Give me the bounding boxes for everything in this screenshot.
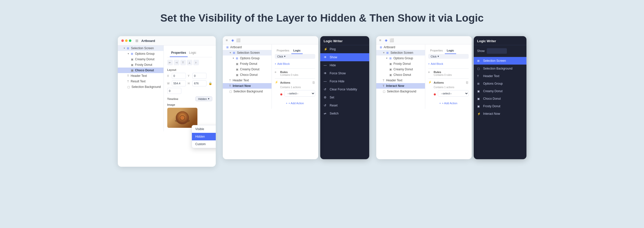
p2-frosty-donut[interactable]: ▣ Frosty Donut — [223, 61, 272, 67]
logic-item-force-show[interactable]: 👁 Force Show — [320, 69, 369, 77]
lw2-choco-donut[interactable]: ▣ Choco Donut — [474, 95, 526, 102]
logic-writer-2-title: Logic Writer — [474, 36, 526, 45]
visibility-dropdown-trigger[interactable]: Hidden ▾ — [195, 96, 212, 101]
logic-item-label: Show — [330, 55, 337, 59]
trash-icon[interactable]: 🗑 — [465, 81, 469, 84]
layer-selection-bg[interactable]: ▢ Selection Background — [118, 84, 164, 90]
y-input[interactable] — [192, 73, 206, 79]
logic-writer-panel: Logic Writer ⚡ Ping 👁 Show — Hide 👁 Forc… — [320, 36, 369, 159]
p2-creamy-donut[interactable]: ▣ Creamy Donut — [223, 67, 272, 72]
lw2-selection-screen[interactable]: ⊞ Selection Screen — [474, 57, 526, 65]
corner-input[interactable] — [167, 88, 181, 94]
layer-icon: ⊞ — [477, 82, 481, 85]
hamburger-icon[interactable]: ≡ — [379, 38, 381, 42]
actions-row-3: Actions 🗑 — [434, 81, 469, 84]
visibility-dropdown[interactable]: Visible Hidden Custom — [192, 125, 216, 148]
action-select-3[interactable]: --select-- — [438, 90, 469, 97]
p2-selection-screen[interactable]: ▼ ⊞ Selection Screen — [223, 50, 272, 55]
align-center-v-btn[interactable]: ⊦ — [193, 60, 199, 65]
add-block-btn[interactable]: + Add Block — [275, 61, 315, 66]
layer-frosty-donut[interactable]: ▣ Frosty Donut — [118, 62, 164, 68]
layer-header-text[interactable]: T Header Text — [118, 73, 164, 79]
panel2-topbar: ≡ ◈ ⬜ — [223, 36, 318, 44]
logic-item-ping[interactable]: ⚡ Ping — [320, 45, 369, 53]
layer-icon: T — [127, 80, 129, 83]
switch-icon: ⇌ — [324, 112, 328, 115]
action-select[interactable]: --select-- — [284, 90, 315, 97]
click-selector[interactable]: Click ▾ — [275, 54, 315, 59]
add-action-btn[interactable]: + + Add Action — [275, 101, 315, 106]
x-input[interactable] — [172, 73, 186, 79]
tab-logic[interactable]: Logic — [445, 47, 456, 54]
tab-properties[interactable]: Properties — [170, 49, 188, 57]
dropdown-hidden[interactable]: Hidden — [192, 133, 216, 140]
dropdown-visible[interactable]: Visible — [192, 125, 216, 133]
logic-item-label: Force Show — [330, 72, 346, 75]
dropdown-custom[interactable]: Custom — [192, 140, 216, 148]
add-action-btn-3[interactable]: + + Add Action — [428, 101, 469, 106]
lw2-header: Show — [474, 45, 526, 57]
layer-choco-donut[interactable]: ▣ Choco Donut — [118, 68, 164, 73]
lw2-selection-bg[interactable]: ▢ Selection Background — [474, 65, 526, 72]
p2-selection-bg[interactable]: ▢ Selection Background — [223, 89, 272, 94]
rules-section: ≡ Rules Contains 0 rules — [275, 71, 315, 76]
lw2-options-group[interactable]: ⊞ Options Group — [474, 80, 526, 87]
p2-options-group[interactable]: ▼ ⊞ Options Group — [223, 55, 272, 61]
layer-result-text[interactable]: T Result Text — [118, 79, 164, 84]
tab-logic[interactable]: Logic — [188, 49, 198, 57]
logic-item-set[interactable]: ⚙ Set — [320, 93, 369, 101]
tab-properties[interactable]: Properties — [428, 47, 445, 54]
panel3-topbar: ≡ ◈ ⬜ — [376, 36, 472, 44]
align-top-btn[interactable]: ⊥ — [187, 60, 192, 65]
trash-icon[interactable]: 🗑 — [312, 81, 315, 84]
layer-label: Selection Background — [234, 90, 263, 93]
p3-choco-donut[interactable]: ▣ Choco Donut — [376, 72, 425, 78]
lock-icon[interactable]: 🔒 — [208, 82, 212, 85]
p3-creamy-donut[interactable]: ▣ Creamy Donut — [376, 67, 425, 72]
layer-label: Options Group — [240, 56, 259, 60]
lw2-search-input[interactable] — [487, 48, 507, 54]
logic-item-reset[interactable]: ↺ Reset — [320, 101, 369, 109]
lw2-frosty-donut[interactable]: ▣ Frosty Donut — [474, 102, 526, 110]
ping-icon: ⚡ — [324, 47, 328, 51]
hamburger-icon[interactable]: ≡ — [226, 38, 228, 42]
p2-interact-now[interactable]: T Interact Now — [223, 83, 272, 89]
add-block-btn-3[interactable]: + Add Block — [428, 61, 469, 66]
rules-content: Rules Contains 0 rules — [434, 71, 469, 76]
click-label: Click — [277, 55, 283, 58]
align-left-btn[interactable]: ⊢ — [167, 60, 173, 65]
lw2-creamy-donut[interactable]: ▣ Creamy Donut — [474, 87, 526, 95]
layer-selection-screen[interactable]: ▼ ⊞ Selection Screen — [118, 45, 164, 51]
monitor-icon: ⬜ — [236, 38, 240, 42]
tab-logic[interactable]: Logic — [291, 47, 303, 54]
click-selector-3[interactable]: Click ▾ — [428, 54, 469, 59]
layer-creamy-donut[interactable]: ▣ Creamy Donut — [118, 56, 164, 62]
p3-interact-now[interactable]: T Interact Now — [376, 83, 425, 89]
align-right-btn[interactable]: ⊤ — [180, 60, 186, 65]
logic-item-show[interactable]: 👁 Show — [320, 53, 369, 61]
logic-item-force-hide[interactable]: — Force Hide — [320, 77, 369, 85]
p3-selection-bg[interactable]: ▢ Selection Background — [376, 89, 425, 94]
tab-properties[interactable]: Properties — [275, 47, 291, 54]
p2-choco-donut[interactable]: ▣ Choco Donut — [223, 72, 272, 78]
logic-item-hide[interactable]: — Hide — [320, 61, 369, 69]
layout-label: Layout — [167, 68, 212, 71]
p3-frosty-donut[interactable]: ▣ Frosty Donut — [376, 61, 425, 67]
logic-item-clear[interactable]: ↺ Clear Force Visibility — [320, 85, 369, 93]
layer-icon: T — [383, 84, 385, 87]
h-input[interactable] — [192, 80, 206, 86]
align-center-h-btn[interactable]: ⊣ — [174, 60, 179, 65]
lw2-interact-now[interactable]: ⚡ Interact Now — [474, 110, 526, 118]
w-input[interactable] — [172, 80, 186, 86]
monitor-icon: ⬜ — [390, 38, 394, 42]
y-label: Y — [188, 75, 191, 77]
p3-header-text[interactable]: T Header Text — [376, 78, 425, 83]
p2-header-text[interactable]: T Header Text — [223, 78, 272, 83]
p2-artboard: ⊞ Artboard — [223, 44, 272, 50]
p3-options-group[interactable]: ▼ ⊞ Options Group — [376, 55, 425, 61]
layer-options-group[interactable]: ▼ ⊞ Options Group — [118, 51, 164, 56]
p3-selection-screen[interactable]: ▼ ⊞ Selection Screen — [376, 50, 425, 55]
lw2-header-text[interactable]: T Header Text — [474, 72, 526, 80]
collapse-arrow: ▼ — [229, 51, 232, 54]
logic-item-switch[interactable]: ⇌ Switch — [320, 109, 369, 118]
